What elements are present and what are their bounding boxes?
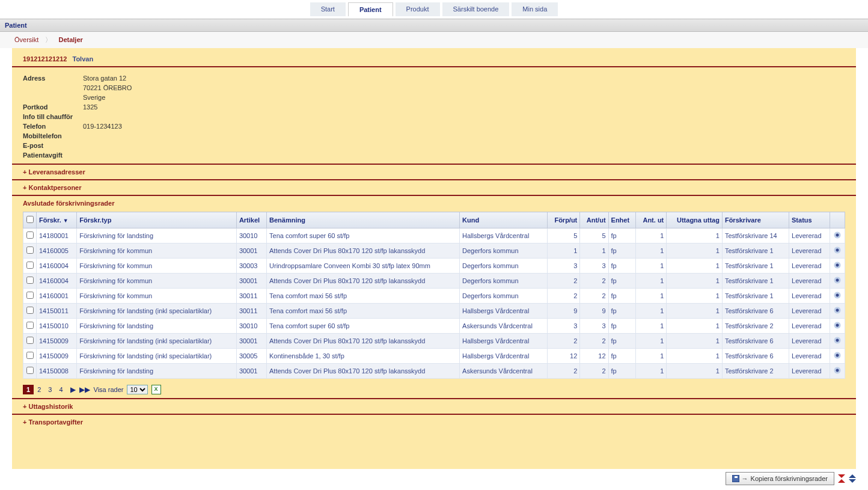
cell-typ: Förskrivning för kommun	[77, 259, 237, 274]
col-forskrtyp[interactable]: Förskr.typ	[77, 212, 237, 228]
cell-benamning: Attends Cover Dri Plus 80x170 120 st/fp …	[267, 243, 460, 259]
pager-last-icon[interactable]: ▶▶	[79, 385, 90, 394]
table-row[interactable]: 14150009Förskrivning för landsting (inkl…	[23, 349, 845, 364]
cell-kund: Askersunds Vårdcentral	[460, 364, 548, 379]
col-uttagna[interactable]: Uttagna uttag	[667, 212, 723, 228]
cell-forskr: 14160001	[37, 289, 77, 304]
view-icon[interactable]	[833, 231, 842, 239]
breadcrumb-overview[interactable]: Översikt	[14, 36, 38, 43]
pager-next-icon[interactable]: ▶	[70, 385, 76, 394]
col-forskr[interactable]: Förskr. ▼	[37, 212, 77, 228]
row-checkbox[interactable]	[26, 337, 34, 344]
row-checkbox[interactable]	[26, 307, 34, 314]
cell-artikel: 30001	[236, 334, 266, 349]
value-adress-2: 70221 ÖREBRO	[83, 84, 132, 91]
label-info-chauffor: Info till chaufför	[23, 113, 83, 120]
table-row[interactable]: 14150011Förskrivning för landsting (inkl…	[23, 304, 845, 319]
col-enhet[interactable]: Enhet	[608, 212, 636, 228]
sort-desc-icon: ▼	[63, 218, 69, 224]
pager: 1234 ▶ ▶▶ Visa rader 10	[12, 381, 856, 398]
cell-kund: Hallsbergs Vårdcentral	[460, 304, 548, 319]
cell-benamning: Attends Cover Dri Plus 80x170 120 st/fp …	[267, 274, 460, 289]
cell-status: Levererad	[789, 319, 830, 334]
table-row[interactable]: 14150009Förskrivning för landsting (inkl…	[23, 334, 845, 349]
toggle-leveransadresser[interactable]: + Leveransadresser	[12, 164, 856, 179]
table-row[interactable]: 14160004Förskrivning för kommun30003Urin…	[23, 259, 845, 274]
excel-export-icon[interactable]	[151, 385, 161, 394]
cell-uttagna: 1	[667, 289, 723, 304]
cell-forput: 12	[547, 349, 579, 364]
pager-page-1[interactable]: 1	[23, 385, 34, 394]
page-title: Patient	[0, 19, 868, 32]
toggle-kontaktpersoner[interactable]: + Kontaktpersoner	[12, 179, 856, 195]
cell-typ: Förskrivning för landsting	[77, 364, 237, 379]
row-checkbox[interactable]	[26, 231, 34, 239]
row-checkbox[interactable]	[26, 277, 34, 284]
table-row[interactable]: 14160004Förskrivning för kommun30001Atte…	[23, 274, 845, 289]
view-icon[interactable]	[833, 367, 842, 374]
top-nav: StartPatientProduktSärskilt boendeMin si…	[0, 0, 868, 19]
col-forput[interactable]: Förp/ut	[547, 212, 579, 228]
col-antut[interactable]: Ant/ut	[580, 212, 608, 228]
nav-produkt[interactable]: Produkt	[396, 2, 440, 16]
nav-start[interactable]: Start	[310, 2, 346, 16]
nav-min-sida[interactable]: Min sida	[512, 2, 558, 16]
col-kund[interactable]: Kund	[460, 212, 548, 228]
toggle-transportavgifter[interactable]: + Transportavgifter	[12, 414, 856, 429]
toggle-uttagshistorik[interactable]: + Uttagshistorik	[12, 398, 856, 414]
cell-benamning: Tena comfort maxi 56 st/fp	[267, 289, 460, 304]
chevron-right-icon: 〉	[45, 36, 52, 43]
col-forskrivare[interactable]: Förskrivare	[722, 212, 789, 228]
view-icon[interactable]	[833, 247, 842, 254]
view-icon[interactable]	[833, 262, 842, 269]
row-checkbox[interactable]	[26, 352, 34, 359]
row-checkbox[interactable]	[26, 247, 34, 254]
cell-benamning: Tena comfort super 60 st/fp	[267, 228, 460, 243]
value-adress-3: Sverige	[83, 94, 105, 101]
row-checkbox[interactable]	[26, 322, 34, 329]
value-portkod: 1325	[83, 103, 97, 111]
cell-forskrivare: Testförskrivare 6	[722, 334, 789, 349]
view-icon[interactable]	[833, 277, 842, 284]
col-status[interactable]: Status	[789, 212, 830, 228]
cell-forskrivare: Testförskrivare 1	[722, 243, 789, 259]
pager-page-2[interactable]: 2	[34, 385, 44, 394]
col-benamning[interactable]: Benämning	[267, 212, 460, 228]
select-all-checkbox[interactable]	[26, 216, 34, 223]
col-artikel[interactable]: Artikel	[236, 212, 266, 228]
row-checkbox[interactable]	[26, 292, 34, 299]
cell-forput: 5	[547, 228, 579, 243]
cell-status: Levererad	[789, 289, 830, 304]
cell-forput: 2	[547, 364, 579, 379]
view-icon[interactable]	[833, 352, 842, 359]
content-panel: 191212121212 Tolvan AdressStora gatan 12…	[12, 48, 856, 469]
pager-page-4[interactable]: 4	[55, 385, 66, 394]
patient-info: AdressStora gatan 12 70221 ÖREBRO Sverig…	[12, 67, 856, 164]
cell-enhet: fp	[608, 349, 636, 364]
cell-status: Levererad	[789, 243, 830, 259]
rows-per-page-select[interactable]: 10	[127, 385, 148, 394]
table-row[interactable]: 14160005Förskrivning för kommun30001Atte…	[23, 243, 845, 259]
row-checkbox[interactable]	[26, 262, 34, 269]
cell-forskr: 14160004	[37, 274, 77, 289]
col-ant-ut[interactable]: Ant. ut	[636, 212, 667, 228]
cell-forskrivare: Testförskrivare 2	[722, 364, 789, 379]
cell-uttagna: 1	[667, 304, 723, 319]
cell-status: Levererad	[789, 228, 830, 243]
view-icon[interactable]	[833, 307, 842, 314]
table-row[interactable]: 14150008Förskrivning för landsting30001A…	[23, 364, 845, 379]
cell-typ: Förskrivning för kommun	[77, 243, 237, 259]
cell-benamning: Attends Cover Dri Plus 80x170 120 st/fp …	[267, 334, 460, 349]
table-row[interactable]: 14180001Förskrivning för landsting30010T…	[23, 228, 845, 243]
row-checkbox[interactable]	[26, 367, 34, 374]
nav-särskilt-boende[interactable]: Särskilt boende	[442, 2, 510, 16]
table-row[interactable]: 14150010Förskrivning för landsting30010T…	[23, 319, 845, 334]
view-icon[interactable]	[833, 292, 842, 299]
pager-page-3[interactable]: 3	[44, 385, 55, 394]
nav-patient[interactable]: Patient	[348, 2, 393, 16]
view-icon[interactable]	[833, 337, 842, 344]
breadcrumb-current: Detaljer	[58, 36, 82, 43]
cell-enhet: fp	[608, 243, 636, 259]
table-row[interactable]: 14160001Förskrivning för kommun30011Tena…	[23, 289, 845, 304]
view-icon[interactable]	[833, 322, 842, 329]
